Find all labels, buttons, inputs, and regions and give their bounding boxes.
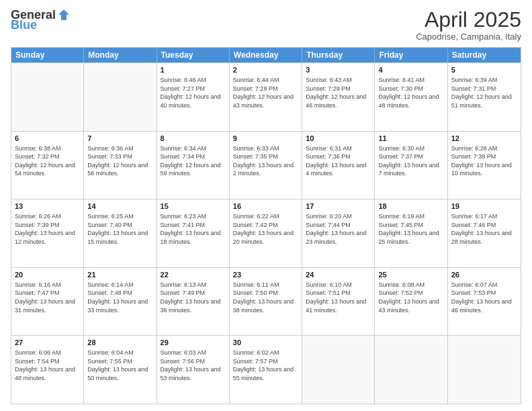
calendar-day-7: 7Sunrise: 6:36 AM Sunset: 7:33 PM Daylig… (84, 132, 157, 199)
title-section: April 2025 Capodrise, Campania, Italy (416, 8, 521, 42)
day-info: Sunrise: 6:11 AM Sunset: 7:50 PM Dayligh… (233, 281, 298, 314)
logo-icon (57, 8, 71, 21)
day-number: 3 (306, 65, 371, 75)
day-info: Sunrise: 6:33 AM Sunset: 7:35 PM Dayligh… (233, 144, 298, 178)
calendar-body: 1Sunrise: 6:46 AM Sunset: 7:27 PM Daylig… (11, 62, 521, 404)
calendar-empty-cell (448, 336, 521, 404)
day-info: Sunrise: 6:28 AM Sunset: 7:38 PM Dayligh… (451, 144, 517, 178)
day-number: 7 (87, 134, 152, 144)
day-info: Sunrise: 6:26 AM Sunset: 7:39 PM Dayligh… (15, 212, 80, 246)
day-info: Sunrise: 6:02 AM Sunset: 7:57 PM Dayligh… (233, 349, 298, 382)
calendar-day-17: 17Sunrise: 6:20 AM Sunset: 7:44 PM Dayli… (302, 199, 375, 267)
day-number: 21 (87, 270, 152, 280)
day-number: 25 (378, 270, 443, 280)
day-info: Sunrise: 6:38 AM Sunset: 7:32 PM Dayligh… (15, 144, 80, 178)
calendar-week-3: 13Sunrise: 6:26 AM Sunset: 7:39 PM Dayli… (11, 199, 521, 267)
day-number: 17 (306, 201, 371, 212)
header-day-sunday: Sunday (11, 48, 84, 62)
header-day-tuesday: Tuesday (157, 48, 230, 62)
day-number: 6 (15, 134, 80, 144)
day-info: Sunrise: 6:19 AM Sunset: 7:45 PM Dayligh… (378, 212, 443, 246)
header: General Blue April 2025 Capodrise, Campa… (11, 8, 521, 42)
day-info: Sunrise: 6:34 AM Sunset: 7:34 PM Dayligh… (161, 144, 226, 178)
calendar-empty-cell (302, 336, 375, 404)
day-info: Sunrise: 6:14 AM Sunset: 7:48 PM Dayligh… (87, 281, 152, 314)
day-info: Sunrise: 6:22 AM Sunset: 7:42 PM Dayligh… (233, 212, 298, 246)
day-info: Sunrise: 6:04 AM Sunset: 7:55 PM Dayligh… (87, 349, 152, 382)
day-info: Sunrise: 6:44 AM Sunset: 7:28 PM Dayligh… (233, 76, 298, 109)
calendar-day-12: 12Sunrise: 6:28 AM Sunset: 7:38 PM Dayli… (448, 132, 521, 199)
calendar-header: SundayMondayTuesdayWednesdayThursdayFrid… (11, 48, 521, 62)
calendar-day-9: 9Sunrise: 6:33 AM Sunset: 7:35 PM Daylig… (230, 132, 302, 199)
day-info: Sunrise: 6:16 AM Sunset: 7:47 PM Dayligh… (15, 281, 80, 314)
calendar-day-24: 24Sunrise: 6:10 AM Sunset: 7:51 PM Dayli… (302, 268, 375, 336)
calendar-empty-cell (375, 336, 447, 404)
day-info: Sunrise: 6:41 AM Sunset: 7:30 PM Dayligh… (378, 76, 443, 109)
calendar-week-1: 1Sunrise: 6:46 AM Sunset: 7:27 PM Daylig… (11, 62, 521, 131)
day-number: 10 (306, 134, 371, 144)
calendar-day-19: 19Sunrise: 6:17 AM Sunset: 7:46 PM Dayli… (448, 199, 521, 267)
day-number: 24 (306, 270, 371, 280)
calendar-day-29: 29Sunrise: 6:03 AM Sunset: 7:56 PM Dayli… (157, 336, 230, 404)
day-info: Sunrise: 6:46 AM Sunset: 7:27 PM Dayligh… (161, 76, 226, 109)
calendar-week-5: 27Sunrise: 6:06 AM Sunset: 7:54 PM Dayli… (11, 335, 521, 404)
title-month: April 2025 (416, 8, 521, 32)
header-day-thursday: Thursday (302, 48, 375, 62)
calendar-empty-cell (84, 63, 157, 131)
calendar-day-4: 4Sunrise: 6:41 AM Sunset: 7:30 PM Daylig… (375, 63, 447, 131)
calendar-week-4: 20Sunrise: 6:16 AM Sunset: 7:47 PM Dayli… (11, 267, 521, 336)
day-number: 15 (161, 201, 226, 212)
calendar-day-30: 30Sunrise: 6:02 AM Sunset: 7:57 PM Dayli… (230, 336, 302, 404)
day-number: 5 (451, 65, 517, 75)
day-number: 13 (15, 201, 80, 212)
day-number: 12 (451, 134, 517, 144)
calendar-day-26: 26Sunrise: 6:07 AM Sunset: 7:53 PM Dayli… (448, 268, 521, 336)
day-number: 16 (233, 201, 298, 212)
day-number: 8 (161, 134, 226, 144)
day-number: 9 (233, 134, 298, 144)
calendar-day-25: 25Sunrise: 6:08 AM Sunset: 7:52 PM Dayli… (375, 268, 447, 336)
header-day-wednesday: Wednesday (230, 48, 302, 62)
calendar-day-14: 14Sunrise: 6:25 AM Sunset: 7:40 PM Dayli… (84, 199, 157, 267)
calendar-day-3: 3Sunrise: 6:43 AM Sunset: 7:29 PM Daylig… (302, 63, 375, 131)
calendar-week-2: 6Sunrise: 6:38 AM Sunset: 7:32 PM Daylig… (11, 131, 521, 199)
day-info: Sunrise: 6:25 AM Sunset: 7:40 PM Dayligh… (87, 212, 152, 246)
day-info: Sunrise: 6:39 AM Sunset: 7:31 PM Dayligh… (451, 76, 517, 109)
calendar-empty-cell (11, 63, 84, 131)
day-number: 20 (15, 270, 80, 280)
calendar: SundayMondayTuesdayWednesdayThursdayFrid… (11, 47, 521, 404)
day-number: 1 (161, 65, 226, 75)
day-number: 27 (15, 338, 80, 348)
day-info: Sunrise: 6:10 AM Sunset: 7:51 PM Dayligh… (306, 281, 371, 314)
logo: General Blue (11, 8, 71, 31)
day-number: 18 (378, 201, 443, 212)
day-info: Sunrise: 6:08 AM Sunset: 7:52 PM Dayligh… (378, 281, 443, 314)
calendar-day-27: 27Sunrise: 6:06 AM Sunset: 7:54 PM Dayli… (11, 336, 84, 404)
calendar-day-22: 22Sunrise: 6:13 AM Sunset: 7:49 PM Dayli… (157, 268, 230, 336)
day-number: 2 (233, 65, 298, 75)
day-info: Sunrise: 6:36 AM Sunset: 7:33 PM Dayligh… (87, 144, 152, 178)
day-number: 4 (378, 65, 443, 75)
calendar-day-15: 15Sunrise: 6:23 AM Sunset: 7:41 PM Dayli… (157, 199, 230, 267)
calendar-day-8: 8Sunrise: 6:34 AM Sunset: 7:34 PM Daylig… (157, 132, 230, 199)
day-number: 11 (378, 134, 443, 144)
day-number: 22 (161, 270, 226, 280)
day-number: 14 (87, 201, 152, 212)
calendar-day-18: 18Sunrise: 6:19 AM Sunset: 7:45 PM Dayli… (375, 199, 447, 267)
day-number: 28 (87, 338, 152, 348)
header-day-saturday: Saturday (448, 48, 521, 62)
calendar-day-1: 1Sunrise: 6:46 AM Sunset: 7:27 PM Daylig… (157, 63, 230, 131)
calendar-day-16: 16Sunrise: 6:22 AM Sunset: 7:42 PM Dayli… (230, 199, 302, 267)
day-number: 30 (233, 338, 298, 348)
calendar-day-20: 20Sunrise: 6:16 AM Sunset: 7:47 PM Dayli… (11, 268, 84, 336)
calendar-day-21: 21Sunrise: 6:14 AM Sunset: 7:48 PM Dayli… (84, 268, 157, 336)
logo-blue: Blue (11, 19, 37, 31)
calendar-day-28: 28Sunrise: 6:04 AM Sunset: 7:55 PM Dayli… (84, 336, 157, 404)
calendar-day-11: 11Sunrise: 6:30 AM Sunset: 7:37 PM Dayli… (375, 132, 447, 199)
calendar-day-13: 13Sunrise: 6:26 AM Sunset: 7:39 PM Dayli… (11, 199, 84, 267)
day-info: Sunrise: 6:17 AM Sunset: 7:46 PM Dayligh… (451, 212, 517, 246)
header-day-monday: Monday (84, 48, 157, 62)
title-location: Capodrise, Campania, Italy (416, 32, 521, 42)
calendar-day-5: 5Sunrise: 6:39 AM Sunset: 7:31 PM Daylig… (448, 63, 521, 131)
day-info: Sunrise: 6:07 AM Sunset: 7:53 PM Dayligh… (451, 281, 517, 314)
